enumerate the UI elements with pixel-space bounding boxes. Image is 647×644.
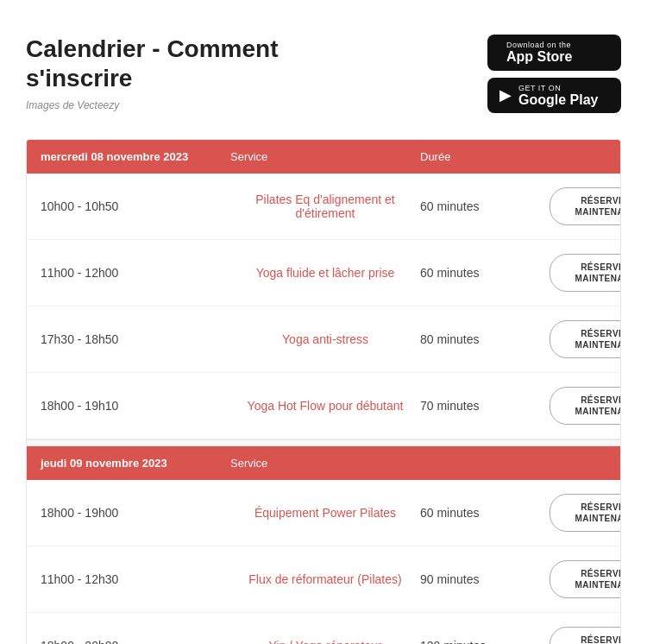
section-col-service-0: Service <box>230 150 420 163</box>
reserve-button[interactable]: RÉSERVEZ MAINTENANT <box>550 187 621 225</box>
section-col-duree-0: Durée <box>420 150 550 163</box>
row-duration: 90 minutes <box>420 572 550 586</box>
row-duration: 120 minutes <box>420 639 550 644</box>
row-duration: 60 minutes <box>420 506 550 520</box>
data-row-1-1: 11h00 - 12h30 Flux de réformateur (Pilat… <box>27 546 620 613</box>
data-row-0-1: 11h00 - 12h00 Yoga fluide et lâcher pris… <box>27 240 620 306</box>
section-date-1: jeudi 09 novembre 2023 <box>41 457 230 470</box>
row-service: Équipement Power Pilates <box>230 506 420 520</box>
reserve-button[interactable]: RÉSERVEZ MAINTENANT <box>550 254 621 292</box>
row-time: 18h00 - 19h00 <box>41 506 230 520</box>
row-time: 18h00 - 19h10 <box>41 399 230 413</box>
data-row-0-2: 17h30 - 18h50 Yoga anti-stress 80 minute… <box>27 306 620 373</box>
google-play-top-label: GET IT ON <box>518 84 598 92</box>
data-row-1-0: 18h00 - 19h00 Équipement Power Pilates 6… <box>27 480 620 546</box>
store-badges: Download on the App Store ▶ GET IT ON Go… <box>487 35 621 113</box>
google-play-badge[interactable]: ▶ GET IT ON Google Play <box>487 78 621 114</box>
section-header-0: mercredi 08 novembre 2023 Service Durée <box>27 140 620 174</box>
page-header: Calendrier - Comment s'inscrire Images d… <box>26 35 621 113</box>
app-store-bottom-label: App Store <box>506 49 572 65</box>
header-left: Calendrier - Comment s'inscrire Images d… <box>26 35 279 111</box>
row-service: Yoga fluide et lâcher prise <box>230 266 420 280</box>
page-title: Calendrier - Comment s'inscrire <box>26 35 279 92</box>
section-date-0: mercredi 08 novembre 2023 <box>41 150 230 163</box>
google-play-icon: ▶ <box>499 87 512 103</box>
row-service: Pilates Eq d'alignement et d'étirement <box>230 193 420 220</box>
row-time: 11h00 - 12h30 <box>41 572 230 586</box>
reserve-button[interactable]: RÉSERVEZ MAINTENANT <box>550 387 621 425</box>
reserve-button[interactable]: RÉSERVEZ MAINTENANT <box>550 320 621 358</box>
row-service: Flux de réformateur (Pilates) <box>230 572 420 586</box>
app-store-top-label: Download on the <box>506 41 572 49</box>
google-play-bottom-label: Google Play <box>518 92 598 108</box>
row-time: 17h30 - 18h50 <box>41 332 230 346</box>
section-col-service-1: Service <box>230 457 420 470</box>
data-row-0-0: 10h00 - 10h50 Pilates Eq d'alignement et… <box>27 174 620 240</box>
data-row-0-3: 18h00 - 19h10 Yoga Hot Flow pour débutan… <box>27 373 620 439</box>
row-duration: 60 minutes <box>420 199 550 213</box>
reserve-button[interactable]: RÉSERVEZ MAINTENANT <box>550 627 621 644</box>
row-duration: 70 minutes <box>420 399 550 413</box>
section-header-1: jeudi 09 novembre 2023 Service <box>27 446 620 480</box>
section-divider <box>27 439 620 446</box>
reserve-button[interactable]: RÉSERVEZ MAINTENANT <box>550 494 621 532</box>
reserve-button[interactable]: RÉSERVEZ MAINTENANT <box>550 560 621 598</box>
app-store-badge[interactable]: Download on the App Store <box>487 35 621 71</box>
row-service: Yoga Hot Flow pour débutant <box>230 399 420 413</box>
row-time: 18h00 - 20h00 <box>41 639 230 644</box>
row-time: 10h00 - 10h50 <box>41 199 230 213</box>
row-time: 11h00 - 12h00 <box>41 266 230 280</box>
image-credit: Images de Vecteezy <box>26 99 279 111</box>
section-col-duree-1 <box>420 457 550 470</box>
row-service: Yoga anti-stress <box>230 332 420 346</box>
row-service: Yin / Yoga réparateur <box>230 639 420 644</box>
schedule-table: mercredi 08 novembre 2023 Service Durée … <box>26 139 621 644</box>
row-duration: 80 minutes <box>420 332 550 346</box>
row-duration: 60 minutes <box>420 266 550 280</box>
data-row-1-2: 18h00 - 20h00 Yin / Yoga réparateur 120 … <box>27 613 620 644</box>
